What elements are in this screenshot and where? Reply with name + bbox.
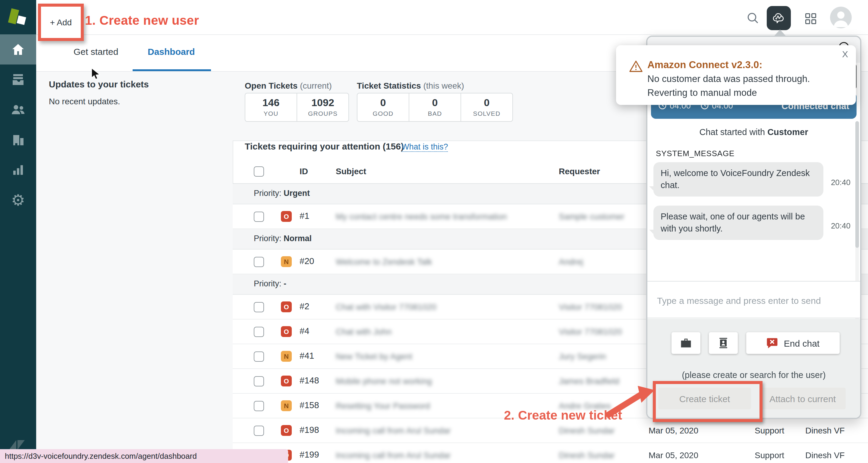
contact-card-icon (717, 337, 730, 349)
row-checkbox[interactable] (254, 351, 264, 362)
ticket-requester: Sample customer (559, 212, 624, 221)
end-chat-button[interactable]: End chat (746, 332, 840, 354)
row-checkbox[interactable] (254, 426, 264, 436)
sidebar-item-customers[interactable] (0, 95, 36, 125)
stat-value: 1092 (311, 97, 334, 109)
customers-icon (10, 102, 26, 117)
search-icon[interactable] (746, 11, 760, 27)
add-button-label: + Add (50, 18, 72, 27)
annotation-create-new-user: 1. Create new user (85, 13, 199, 28)
sidebar: ⚙ (0, 0, 36, 463)
status-badge: N (281, 400, 292, 411)
what-is-this-link[interactable]: What is this? (401, 142, 448, 152)
chat-message-time: 20:40 (831, 178, 850, 187)
status-badge: N (281, 256, 292, 267)
add-button[interactable]: + Add (38, 4, 84, 41)
tab-get-started[interactable]: Get started (73, 47, 118, 57)
stat-label: YOU (264, 110, 278, 117)
ticket-requester: Visitor 77081020 (559, 302, 622, 312)
amazon-connect-toast: Amazon Connect v2.3.0: No customer data … (616, 45, 856, 105)
toast-line-1: No customer data was passed through. (647, 73, 810, 84)
ticket-requester: Visitor 77081020 (559, 327, 622, 336)
ticket-subject: Welcome to Zendesk Talk (336, 257, 432, 267)
stat-value: 0 (484, 97, 490, 109)
chat-footer: End chat (please create or search for th… (647, 319, 860, 418)
attention-title: Tickets requiring your attention (156) (245, 141, 404, 151)
sidebar-item-home[interactable] (0, 34, 36, 64)
ticket-subject: Resetting Your Password (336, 401, 430, 410)
updates-panel (36, 71, 233, 463)
priority-group-label: Priority: Normal (254, 234, 312, 243)
ticket-subject: Chat with John (336, 327, 392, 336)
row-checkbox[interactable] (254, 327, 264, 337)
ticket-subject: My contact centre needs some transformat… (336, 212, 507, 221)
row-checkbox[interactable] (254, 376, 264, 387)
stat-cell: 146YOU (245, 93, 297, 121)
sidebar-item-admin[interactable]: ⚙ (0, 185, 36, 215)
stat-cell: 1092GROUPS (297, 93, 348, 121)
views-icon (11, 72, 25, 87)
home-icon (11, 42, 25, 57)
system-message-label: SYSTEM_MESSAGE (656, 149, 735, 158)
sidebar-item-reporting[interactable] (0, 155, 36, 185)
row-checkbox[interactable] (254, 401, 264, 411)
ticket-subject: New Ticket by Agent (336, 351, 412, 361)
profile-avatar[interactable] (830, 7, 852, 28)
annotation-arrow (604, 384, 655, 422)
chat-started-line: Chat started with Customer (647, 127, 860, 137)
toast-close-icon[interactable]: X (842, 49, 848, 59)
ticket-requester: Dinesh Sundar (559, 426, 615, 435)
updates-empty-text: No recent updates. (49, 96, 120, 106)
annotation-box-create-ticket (653, 381, 763, 422)
ticket-group: Support (755, 450, 784, 460)
zendesk-logo (0, 0, 36, 34)
ticket-requester: Jury Segerin (559, 351, 606, 361)
organizations-icon (11, 133, 25, 147)
stat-label: SOLVED (473, 110, 501, 117)
status-badge: O (281, 326, 292, 337)
col-requester: Requester (559, 166, 600, 176)
stat-cell: 0GOOD (358, 93, 409, 121)
toolbox-button[interactable] (672, 332, 701, 354)
ticket-id: #2 (300, 302, 309, 311)
ticket-assignee: Dinesh VF (805, 450, 845, 460)
status-badge: O (281, 425, 292, 436)
sidebar-item-organizations[interactable] (0, 125, 36, 155)
ticket-id: #158 (300, 400, 319, 410)
col-subject: Subject (336, 166, 366, 176)
ticket-id: #199 (300, 450, 319, 459)
tab-dashboard[interactable]: Dashboard (148, 47, 195, 57)
stat-label: GOOD (373, 110, 394, 117)
apps-grid-icon[interactable] (804, 12, 817, 28)
row-checkbox[interactable] (254, 302, 264, 312)
end-chat-icon (767, 337, 778, 349)
ticket-statistics-heading: Ticket Statistics (this week) (357, 81, 464, 90)
stat-label: BAD (428, 110, 442, 117)
status-url: https://d3v-voicefoundry.zendesk.com/age… (5, 452, 197, 461)
row-checkbox[interactable] (254, 257, 264, 267)
ticket-subject: Chat with Visitor 77081020 (336, 302, 436, 312)
chat-message-input[interactable] (656, 286, 839, 314)
ticket-subject: Mobile phone not working (336, 376, 432, 386)
chat-message-time: 20:40 (831, 221, 850, 230)
ticket-row[interactable]: O#199Incoming call from Arul SundarDines… (233, 443, 868, 463)
attach-to-current-button[interactable]: Attach to current (760, 388, 846, 409)
toast-line-2: Reverting to manual mode (647, 87, 757, 98)
chat-scrollbar-thumb[interactable] (855, 121, 859, 248)
ticket-id: #4 (300, 326, 309, 336)
stat-cell: 0BAD (409, 93, 461, 121)
select-all-checkbox[interactable] (254, 166, 264, 177)
row-checkbox[interactable] (254, 212, 264, 222)
status-badge: O (281, 376, 292, 387)
ticket-id: #1 (300, 211, 309, 221)
sidebar-item-views[interactable] (0, 64, 36, 95)
status-badge: N (281, 351, 292, 362)
amazon-connect-icon[interactable] (767, 6, 791, 30)
briefcase-icon (680, 337, 692, 349)
ticket-id: #198 (300, 425, 319, 435)
stat-value: 0 (380, 97, 386, 109)
contact-card-button[interactable] (709, 332, 738, 354)
ticket-id: #41 (300, 351, 314, 361)
open-tickets-heading: Open Tickets (current) (245, 81, 332, 90)
ticket-requester: Andrej (559, 257, 583, 267)
